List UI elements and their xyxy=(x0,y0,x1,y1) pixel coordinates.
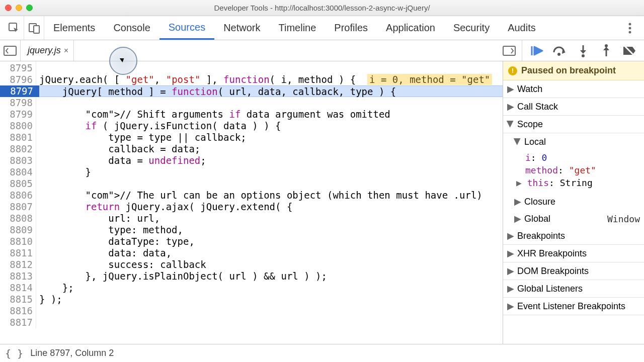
devtools-tabs: ElementsConsoleSourcesNetworkTimelinePro… xyxy=(0,16,644,40)
code-line xyxy=(39,317,503,328)
code-line: } xyxy=(39,166,503,178)
debug-controls xyxy=(522,40,644,61)
svg-point-5 xyxy=(629,31,631,33)
tab-console[interactable]: Console xyxy=(104,16,159,40)
tab-elements[interactable]: Elements xyxy=(44,16,104,40)
overflow-menu-button[interactable] xyxy=(620,16,640,40)
traffic-lights xyxy=(5,5,33,11)
code-line: type: method, xyxy=(39,224,503,236)
code-line: } ); xyxy=(39,294,503,305)
scope-section[interactable]: ▶Scope xyxy=(503,116,644,133)
code-line xyxy=(39,97,503,109)
resume-button[interactable] xyxy=(525,40,548,61)
window-titlebar: Developer Tools - http://localhost:3000/… xyxy=(0,0,644,16)
scope-local[interactable]: ▶Local xyxy=(503,133,644,150)
code-line: }; xyxy=(39,282,503,294)
step-into-button[interactable] xyxy=(572,40,595,61)
pretty-print-button[interactable]: { } xyxy=(5,347,23,359)
inspect-element-button[interactable] xyxy=(4,16,24,40)
pause-banner-text: Paused on breakpoint xyxy=(521,65,616,76)
window-title: Developer Tools - http://localhost:3000/… xyxy=(0,4,644,12)
code-line: success: callback xyxy=(39,259,503,270)
code-line: }, jQuery.isPlainObject( url ) && url ) … xyxy=(39,270,503,282)
scope-global[interactable]: ▶GlobalWindow xyxy=(503,210,644,227)
tab-network[interactable]: Network xyxy=(214,16,269,40)
scope-var-i: i: 0 xyxy=(507,151,640,164)
code-editor[interactable]: 87958796 8798879988008801880288038804880… xyxy=(0,61,503,344)
file-tab-jquery[interactable]: jquery.js × xyxy=(21,40,74,61)
code-line: return jQuery.ajax( jQuery.extend( { xyxy=(39,201,503,213)
step-over-button[interactable] xyxy=(548,40,572,61)
code-line: type = type || callback; xyxy=(39,132,503,143)
tab-sources[interactable]: Sources xyxy=(159,16,214,40)
deactivate-breakpoints-button[interactable] xyxy=(618,40,641,61)
close-file-tab-icon[interactable]: × xyxy=(64,46,68,55)
global-listeners-section[interactable]: ▶Global Listeners xyxy=(503,280,644,298)
code-line: data: data, xyxy=(39,247,503,259)
step-out-button[interactable] xyxy=(595,40,618,61)
code-line: jQuery[ method ] = function( url, data, … xyxy=(39,85,503,97)
svg-point-13 xyxy=(605,44,608,47)
code-line: if ( jQuery.isFunction( data ) ) { xyxy=(39,120,503,132)
debugger-sidebar: ! Paused on breakpoint ▶Watch ▶Call Stac… xyxy=(503,61,644,344)
tab-audits[interactable]: Audits xyxy=(499,16,545,40)
watch-section[interactable]: ▶Watch xyxy=(503,80,644,98)
pause-banner: ! Paused on breakpoint xyxy=(503,61,644,80)
code-line xyxy=(39,305,503,317)
local-scope-values: i: 0 method: "get" ▶ this: String xyxy=(503,150,644,193)
code-line xyxy=(39,62,503,74)
minimize-window-icon[interactable] xyxy=(16,5,22,11)
tab-timeline[interactable]: Timeline xyxy=(270,16,326,40)
device-toggle-button[interactable] xyxy=(24,16,44,40)
sources-toolbar: jquery.js × xyxy=(0,40,644,61)
xhr-breakpoints-section[interactable]: ▶XHR Breakpoints xyxy=(503,245,644,262)
tab-security[interactable]: Security xyxy=(444,16,499,40)
code-line xyxy=(39,178,503,190)
debugger-pane-toggle-button[interactable] xyxy=(497,46,522,56)
tab-profiles[interactable]: Profiles xyxy=(325,16,377,40)
warning-icon: ! xyxy=(508,66,517,75)
scope-var-method: method: "get" xyxy=(507,164,640,176)
breakpoint-marker[interactable]: 8797 xyxy=(0,85,39,97)
code-line: url: url, xyxy=(39,213,503,224)
tab-application[interactable]: Application xyxy=(377,16,444,40)
file-tab-label: jquery.js xyxy=(28,45,61,56)
status-bar: { } Line 8797, Column 2 xyxy=(0,344,644,362)
close-window-icon[interactable] xyxy=(5,5,12,11)
scope-closure[interactable]: ▶Closure xyxy=(503,193,644,210)
svg-point-9 xyxy=(582,54,585,57)
svg-rect-2 xyxy=(34,26,39,33)
code-line: "com">// Shift arguments if data argumen… xyxy=(39,109,503,120)
inline-value-hint: i = 0, method = "get" xyxy=(367,74,492,85)
code-line: dataType: type, xyxy=(39,236,503,247)
navigator-toggle-button[interactable] xyxy=(0,46,20,56)
code-line: data = undefined; xyxy=(39,155,503,166)
svg-point-8 xyxy=(557,53,560,56)
cursor-position-label: Line 8797, Column 2 xyxy=(30,348,114,358)
callstack-section[interactable]: ▶Call Stack xyxy=(503,98,644,116)
svg-point-4 xyxy=(629,27,631,29)
dom-breakpoints-section[interactable]: ▶DOM Breakpoints xyxy=(503,262,644,280)
scope-var-this[interactable]: ▶ this: String xyxy=(507,176,640,189)
code-line: jQuery.each( [ "get", "post" ], function… xyxy=(39,74,503,85)
code-line: callback = data; xyxy=(39,143,503,155)
zoom-window-icon[interactable] xyxy=(26,5,33,11)
line-number-gutter[interactable]: 87958796 8798879988008801880288038804880… xyxy=(0,61,36,328)
breakpoints-section[interactable]: ▶Breakpoints xyxy=(503,227,644,245)
code-line: "com">// The url can be an options objec… xyxy=(39,190,503,201)
event-listener-bp-section[interactable]: ▶Event Listener Breakpoints xyxy=(503,298,644,315)
svg-point-3 xyxy=(629,23,631,25)
